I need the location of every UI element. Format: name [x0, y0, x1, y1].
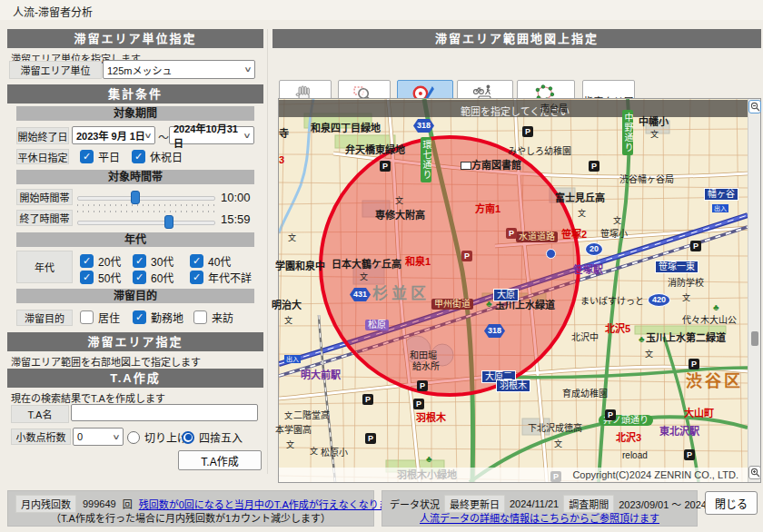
checkbox-icon [190, 254, 203, 268]
checkbox-purpose-work[interactable]: 勤務地 [133, 310, 183, 325]
map-viewport[interactable]: 範囲を指定してください 和泉四丁目緑地弁天橋東緑地専修大附高日本大鶴ケ丘高学園和… [278, 98, 761, 483]
app-window: 人流-滞留者分析 滞留エリア単位指定 滞留エリア単位を指定します 滞留エリア単位… [0, 0, 763, 532]
slider-ticks [77, 204, 215, 206]
end-time-label: 終了時間帯 [16, 210, 73, 226]
map-copyright: Copyright(C)2024 ZENRIN CO., LTD. [572, 469, 738, 480]
map-zoom-rail[interactable] [748, 99, 760, 482]
end-time-slider[interactable] [77, 211, 215, 229]
checkbox-age-20s[interactable]: 20代 [80, 253, 121, 269]
radio-icon [182, 431, 194, 444]
subheader-period: 対象期間 [16, 106, 254, 121]
close-button[interactable]: 閉じる [705, 491, 758, 515]
slider-track[interactable] [77, 196, 215, 201]
checkbox-label: 勤務地 [151, 310, 183, 325]
end-date-value: 2024年10月31日 [173, 121, 244, 150]
quota-note: （T.A作成を行った場合に月内残回数が1カウント減少します） [8, 510, 373, 525]
section-header-aggregation: 集計条件 [7, 84, 263, 103]
checkbox-icon [133, 254, 146, 268]
quota-unit: 回 [123, 497, 133, 511]
data-status-box: データ状況 最終更新日 2024/11/21 調査期間 2023/09/01 ～… [382, 490, 698, 527]
checkbox-weekday[interactable]: 平日 [80, 149, 120, 164]
chevron-down-icon: ∨ [144, 132, 152, 140]
radio-icon [127, 431, 140, 444]
zoom-slider-thumb[interactable] [751, 331, 758, 346]
magnifier-minus-icon [750, 102, 760, 112]
zoom-in-button[interactable] [748, 466, 761, 479]
decimal-digits-select[interactable]: 0∨ [73, 428, 124, 446]
area-unit-select[interactable]: 125mメッシュ∨ [103, 60, 255, 79]
section-header-area-spec: 滞留エリア指定 [7, 332, 263, 351]
quota-value: 999649 [83, 498, 116, 509]
checkbox-holiday[interactable]: 休祝日 [132, 149, 183, 164]
map-copyright-bar: Copyright(C)2024 ZENRIN CO., LTD. [279, 468, 748, 482]
start-time-label: 開始時間帯 [16, 189, 73, 205]
selection-circle[interactable] [321, 137, 579, 395]
data-status-label: データ状況 [390, 497, 440, 511]
checkbox-icon [133, 310, 146, 324]
quota-warning-link[interactable]: 残回数が0回になると当月中のT.A作成が行えなくなります [139, 497, 399, 511]
ta-create-description: 現在の検索結果でT.Aを作成します [11, 390, 165, 405]
ta-name-label: T.A名 [11, 405, 69, 423]
start-time-slider[interactable] [77, 189, 215, 207]
checkbox-label: 50代 [98, 270, 121, 285]
checkbox-age-unknown[interactable]: 年代不詳 [190, 270, 252, 285]
subheader-purpose: 滞留目的 [16, 289, 254, 303]
checkbox-label: 居住 [98, 310, 120, 325]
checkbox-icon [80, 271, 94, 284]
chevron-down-icon: ∨ [243, 132, 251, 140]
checkbox-purpose-residence[interactable]: 居住 [80, 310, 120, 325]
section-header-area-unit: 滞留エリア単位指定 [7, 29, 263, 48]
checkbox-icon [80, 150, 94, 163]
age-label: 年代 [16, 251, 73, 283]
map-canvas[interactable] [279, 99, 748, 482]
checkbox-label: 40代 [208, 253, 231, 269]
radio-round-half[interactable]: 四捨五入 [182, 429, 243, 445]
end-time-value: 15:59 [221, 212, 251, 226]
checkbox-label: 年代不詳 [208, 270, 252, 285]
map-panel: 滞留エリア範囲地図上指定 地図移動 範囲拡大 ▼ [272, 29, 761, 483]
quota-status-box: 月内残回数 999649 回 残回数が0回になると当月中のT.A作成が行えなくな… [7, 490, 374, 527]
checkbox-label: 平日 [98, 149, 120, 164]
radio-round-up[interactable]: 切り上げ [127, 429, 188, 445]
section-header-map-spec: 滞留エリア範囲地図上指定 [272, 29, 761, 48]
checkbox-icon [132, 150, 145, 163]
slider-ticks [77, 211, 215, 212]
checkbox-age-30s[interactable]: 30代 [133, 253, 173, 269]
slider-thumb[interactable] [131, 191, 140, 204]
map-tooltip-strip: 範囲を指定してください [279, 100, 748, 117]
end-date-select[interactable]: 2024年10月31日∨ [169, 126, 254, 144]
zoom-out-button[interactable] [748, 100, 761, 113]
purpose-label: 滞留目的 [16, 310, 73, 326]
radio-label: 四捨五入 [199, 429, 243, 445]
magnifier-plus-icon [750, 468, 760, 478]
checkbox-label: 60代 [151, 270, 173, 285]
checkbox-age-60s[interactable]: 60代 [133, 270, 173, 285]
decimal-digits-value: 0 [77, 431, 83, 442]
slider-track[interactable] [77, 221, 215, 225]
checkbox-label: 30代 [151, 253, 173, 269]
checkbox-purpose-visit[interactable]: 来訪 [193, 310, 233, 325]
checkbox-age-40s[interactable]: 40代 [190, 253, 231, 269]
title-bar: 人流-滞留者分析 [0, 0, 763, 20]
checkbox-label: 来訪 [212, 310, 233, 325]
decimal-digits-label: 小数点桁数 [11, 429, 71, 445]
weekday-label: 平休日指定 [16, 149, 69, 164]
start-date-select[interactable]: 2023年 9月 1日∨ [72, 126, 155, 144]
checkbox-icon [193, 310, 207, 324]
checkbox-icon [190, 271, 203, 284]
people-flow-info-link[interactable]: 人流データの詳細な情報はこちらからご参照頂けます [420, 513, 659, 524]
subheader-age: 年代 [16, 232, 254, 247]
window-title: 人流-滞留者分析 [13, 4, 93, 19]
checkbox-icon [133, 271, 146, 284]
start-time-value: 10:00 [221, 191, 251, 204]
subheader-time-range: 対象時間帯 [16, 170, 254, 184]
start-date-value: 2023年 9月 1日 [76, 128, 145, 143]
slider-thumb[interactable] [164, 215, 173, 229]
section-header-ta-create: T.A作成 [7, 369, 263, 388]
area-unit-value: 125mメッシュ [107, 63, 173, 77]
checkbox-age-50s[interactable]: 50代 [80, 270, 121, 285]
ta-name-input[interactable] [71, 404, 258, 421]
date-range-label: 開始終了日 [16, 127, 69, 144]
map-tooltip-text: 範囲を指定してください [461, 103, 570, 118]
ta-create-button[interactable]: T.A作成 [178, 450, 262, 470]
